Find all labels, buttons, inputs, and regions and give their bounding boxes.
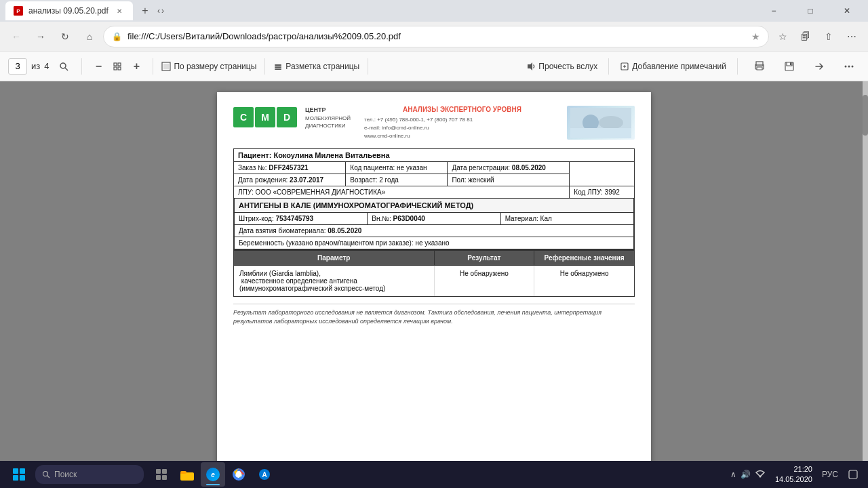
svg-rect-5	[118, 63, 121, 66]
col-ref-header: Референсные значения	[534, 251, 635, 266]
speaker-icon[interactable]: 🔊	[741, 470, 751, 479]
fit-page-button[interactable]: По размеру страницы	[161, 62, 256, 71]
taskbar-search[interactable]: Поиск	[35, 465, 144, 484]
language-indicator[interactable]: РУС	[822, 470, 838, 479]
zoom-out-button[interactable]: −	[90, 58, 106, 75]
vin-cell: Вн.№: P63D0040	[368, 213, 500, 224]
svg-point-27	[599, 116, 623, 129]
new-tab-button[interactable]: +	[136, 1, 155, 20]
pdf-content-area[interactable]: C M D ЦЕНТР МОЛЕКУЛЯРНОЙ ДИАГНОСТИКИ АНА…	[0, 81, 868, 461]
svg-rect-30	[20, 468, 25, 474]
tab-scroll-buttons[interactable]: ‹ ›	[157, 6, 164, 16]
svg-rect-31	[13, 475, 18, 481]
share-pdf-button[interactable]	[808, 56, 830, 77]
svg-point-2	[60, 63, 66, 68]
date-display: 14.05.2020	[775, 474, 812, 485]
markup-button[interactable]: Разметка страницы	[273, 62, 359, 71]
zoom-controls: − +	[90, 58, 144, 75]
chrome-button[interactable]	[226, 462, 251, 487]
cmd-photo	[567, 106, 635, 140]
svg-point-22	[845, 65, 847, 67]
settings-menu-button[interactable]: ⋯	[841, 26, 863, 47]
svg-point-43	[236, 472, 241, 477]
document-header: C M D ЦЕНТР МОЛЕКУЛЯРНОЙ ДИАГНОСТИКИ АНА…	[233, 106, 635, 140]
task-view-button[interactable]	[149, 462, 174, 487]
bookmark-icon[interactable]: ★	[751, 31, 760, 42]
save-button[interactable]	[778, 56, 800, 77]
settings-app-button[interactable]: A	[252, 462, 277, 487]
notification-button[interactable]	[844, 465, 863, 484]
page-number-input[interactable]	[8, 58, 27, 75]
navigation-bar: ← → ↻ ⌂ 🔒 file:///C:/Users/Виталий/Downl…	[0, 22, 868, 52]
address-bar[interactable]: 🔒 file:///C:/Users/Виталий/Downloads/рас…	[103, 26, 769, 47]
scroll-thumb[interactable]	[863, 95, 868, 136]
cmd-center: ЦЕНТР	[305, 106, 351, 115]
network-icon[interactable]	[755, 470, 766, 480]
toolbar-separator-2	[153, 58, 153, 75]
svg-rect-36	[162, 469, 167, 474]
search-text: Поиск	[54, 470, 77, 479]
forward-button[interactable]: →	[30, 26, 52, 47]
title-bar: P анализы 09.05.20.pdf ✕ + ‹ › − □ ✕	[0, 0, 868, 22]
system-tray: ∧ 🔊	[730, 470, 766, 480]
lock-icon: 🔒	[112, 32, 122, 41]
date-row: Дата взятия биоматериала: 08.05.2020	[234, 225, 634, 237]
read-aloud-button[interactable]: Прочесть вслух	[526, 62, 597, 71]
svg-point-24	[852, 65, 854, 67]
scrollbar[interactable]	[863, 81, 868, 461]
maximize-button[interactable]: □	[795, 0, 826, 22]
toolbar-right: ☆ 🗐 ⇧ ⋯	[772, 26, 863, 47]
svg-rect-9	[163, 64, 169, 69]
barcode-cell: Штрих-код: 7534745793	[235, 213, 368, 224]
add-notes-button[interactable]: Добавление примечаний	[620, 62, 726, 71]
svg-rect-38	[162, 475, 167, 480]
edge-icon: e	[206, 468, 220, 481]
toolbar-separator-4	[368, 58, 368, 75]
minimize-button[interactable]: −	[758, 0, 789, 22]
order-label: Заказ №: DFF2457321	[234, 162, 346, 174]
refresh-button[interactable]: ↻	[54, 26, 76, 47]
lpu-code: Код ЛПУ: 3992	[570, 186, 635, 199]
page-total: 4	[44, 61, 49, 71]
file-explorer-button[interactable]	[175, 462, 199, 487]
clock[interactable]: 21:20 14.05.2020	[771, 464, 816, 485]
cmd-phone: тел.: +7 (495) 788-000-1, +7 (800) 707 7…	[364, 116, 560, 124]
more-tools-button[interactable]	[838, 56, 860, 77]
sex: Пол: женский	[448, 174, 570, 186]
tab-scroll-right[interactable]: ›	[161, 6, 164, 16]
zoom-in-button[interactable]: +	[128, 58, 144, 75]
tray-up-arrow[interactable]: ∧	[730, 470, 736, 479]
param-cell: Лямблии (Giardia lamblia), качественное …	[234, 266, 435, 297]
browser-tab[interactable]: P анализы 09.05.20.pdf ✕	[5, 1, 133, 20]
svg-rect-12	[275, 64, 281, 66]
close-button[interactable]: ✕	[831, 0, 863, 22]
svg-rect-7	[118, 67, 121, 70]
time-display: 21:20	[775, 464, 812, 474]
home-button[interactable]: ⌂	[79, 26, 100, 47]
cmd-letter-c: C	[233, 107, 254, 127]
start-button[interactable]	[5, 461, 33, 488]
edge-browser-button[interactable]: e	[201, 462, 225, 487]
svg-rect-29	[13, 468, 18, 474]
cmd-mol: МОЛЕКУЛЯРНОЙ	[305, 115, 351, 122]
cmd-contact-info: АНАЛИЗЫ ЭКСПЕРТНОГО УРОВНЯ тел.: +7 (495…	[364, 106, 560, 140]
collections-button[interactable]: 🗐	[795, 26, 816, 47]
print-button[interactable]	[749, 56, 770, 77]
favorites-button[interactable]: ☆	[772, 26, 793, 47]
address-text: file:///C:/Users/Виталий/Downloads/растр…	[127, 31, 746, 41]
search-button[interactable]	[54, 57, 73, 76]
result-row: Лямблии (Giardia lamblia), качественное …	[234, 266, 635, 297]
pregnancy-row: Беременность (указано врачом/пациентом п…	[234, 237, 634, 249]
zoom-fit-button[interactable]	[109, 58, 125, 75]
title-bar-left: P анализы 09.05.20.pdf ✕ + ‹ ›	[5, 1, 164, 20]
patient-name: Пациент: Кокоулина Милена Витальевна	[234, 149, 635, 162]
tab-close-button[interactable]: ✕	[114, 5, 125, 16]
tab-scroll-left[interactable]: ‹	[157, 6, 160, 16]
back-button[interactable]: ←	[5, 26, 27, 47]
cmd-name: ЦЕНТР МОЛЕКУЛЯРНОЙ ДИАГНОСТИКИ	[305, 106, 351, 129]
svg-line-3	[65, 68, 68, 70]
pdf-document: C M D ЦЕНТР МОЛЕКУЛЯРНОЙ ДИАГНОСТИКИ АНА…	[217, 92, 651, 461]
share-button[interactable]: ⇧	[818, 26, 840, 47]
cmd-letter-d: D	[277, 107, 297, 127]
result-cell: Не обнаружено	[434, 266, 534, 297]
